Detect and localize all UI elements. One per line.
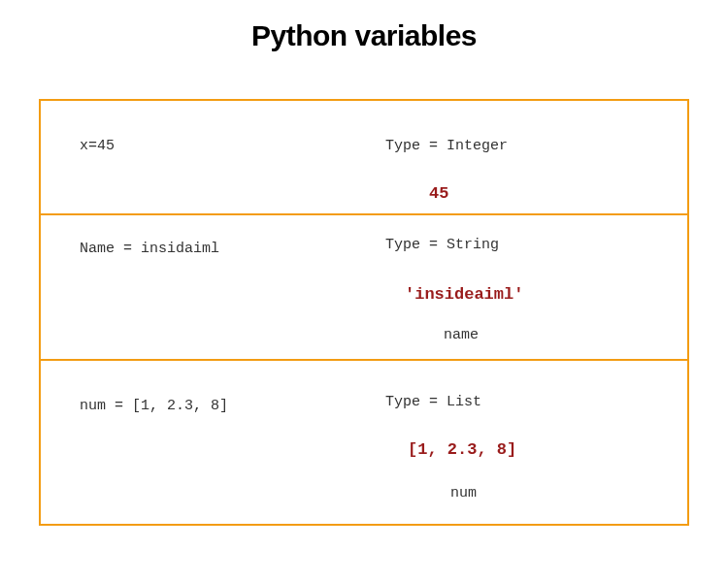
type-label: Type = Integer	[385, 138, 508, 154]
code-assignment: Name = insidaiml	[80, 241, 219, 257]
variables-box: x=45 Type = Integer 45 Name = insidaiml …	[39, 99, 689, 526]
type-label: Type = String	[385, 237, 499, 253]
type-label: Type = List	[385, 394, 481, 410]
value-output: 45	[429, 184, 448, 203]
variable-name-label: name	[444, 327, 479, 343]
value-output: 'insideaiml'	[405, 285, 523, 304]
variable-name-label: num	[450, 485, 477, 501]
row-integer: x=45 Type = Integer 45	[41, 101, 687, 215]
code-assignment: num = [1, 2.3, 8]	[80, 398, 228, 414]
code-assignment: x=45	[80, 138, 115, 154]
row-list: num = [1, 2.3, 8] Type = List [1, 2.3, 8…	[41, 361, 687, 524]
value-output: [1, 2.3, 8]	[408, 440, 516, 459]
row-string: Name = insidaiml Type = String 'insideai…	[41, 215, 687, 361]
page-title: Python variables	[0, 19, 728, 52]
